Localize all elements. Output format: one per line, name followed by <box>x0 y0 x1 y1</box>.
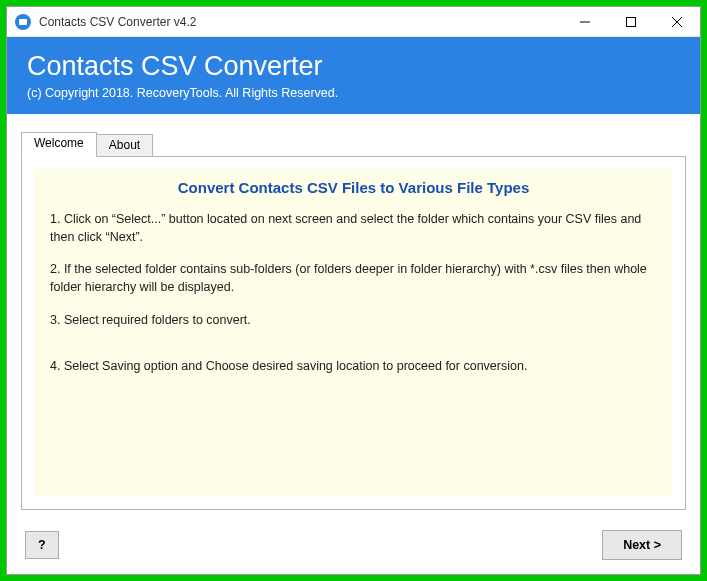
window-title: Contacts CSV Converter v4.2 <box>39 15 562 29</box>
welcome-pane: Convert Contacts CSV Files to Various Fi… <box>34 169 673 497</box>
step-3: 3. Select required folders to convert. <box>50 311 657 329</box>
titlebar: Contacts CSV Converter v4.2 <box>7 7 700 37</box>
next-button[interactable]: Next > <box>602 530 682 560</box>
step-1: 1. Click on “Select...” button located o… <box>50 210 657 246</box>
tab-about[interactable]: About <box>97 134 153 156</box>
footer: ? Next > <box>7 520 700 574</box>
step-2: 2. If the selected folder contains sub-f… <box>50 260 657 296</box>
maximize-button[interactable] <box>608 7 654 36</box>
tab-content: Convert Contacts CSV Files to Various Fi… <box>21 156 686 510</box>
main-body: Welcome About Convert Contacts CSV Files… <box>7 114 700 520</box>
header-title: Contacts CSV Converter <box>27 51 680 82</box>
content-title: Convert Contacts CSV Files to Various Fi… <box>50 179 657 196</box>
step-4: 4. Select Saving option and Choose desir… <box>50 357 657 375</box>
tab-strip: Welcome About <box>21 132 686 156</box>
svg-rect-1 <box>627 17 636 26</box>
close-button[interactable] <box>654 7 700 36</box>
window-controls <box>562 7 700 36</box>
minimize-button[interactable] <box>562 7 608 36</box>
help-button[interactable]: ? <box>25 531 59 559</box>
app-icon <box>15 14 31 30</box>
app-window: Contacts CSV Converter v4.2 Contacts CSV… <box>6 6 701 575</box>
header-banner: Contacts CSV Converter (c) Copyright 201… <box>7 37 700 114</box>
header-subtitle: (c) Copyright 2018. RecoveryTools. All R… <box>27 86 680 100</box>
tab-welcome[interactable]: Welcome <box>21 132 97 157</box>
